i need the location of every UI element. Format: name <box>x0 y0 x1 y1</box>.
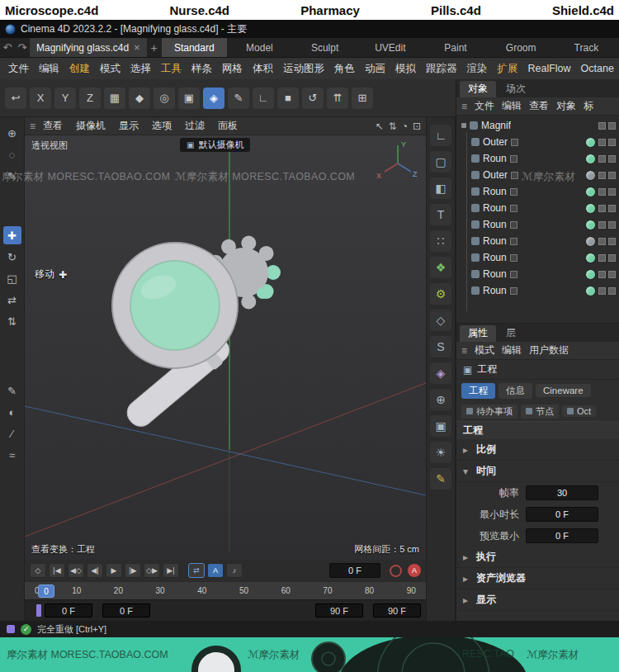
hamburger-icon[interactable]: ≡ <box>461 345 467 357</box>
z-axis-lock-button[interactable]: Z <box>79 88 101 109</box>
primitive-cylinder-icon[interactable]: ◎ <box>154 88 175 109</box>
range-handle[interactable] <box>36 604 41 617</box>
loop-toggle-button[interactable]: ⇄ <box>188 563 205 578</box>
knife-tool-icon[interactable]: ∕ <box>3 424 21 442</box>
enable-checkbox[interactable] <box>510 221 517 229</box>
tag-icon[interactable] <box>608 172 616 179</box>
undo-dropdown-icon[interactable]: ↩ <box>5 88 26 109</box>
next-key-button[interactable]: ◇▶ <box>144 563 160 578</box>
cube-display-icon[interactable]: ◧ <box>430 177 451 199</box>
globe-st-icon[interactable]: ⊕ <box>430 389 451 410</box>
render-pencil-icon[interactable]: ✎ <box>430 468 451 490</box>
object-root-row[interactable]: Magnif <box>456 117 619 134</box>
enable-checkbox[interactable] <box>510 155 517 163</box>
redo-icon[interactable]: ↷ <box>15 38 30 57</box>
subdivision-surface-icon[interactable]: ◈ <box>203 88 224 109</box>
hexagon-object-icon[interactable]: ◇ <box>430 310 451 331</box>
y-axis-lock-button[interactable]: Y <box>54 88 76 109</box>
quantize-grid-icon[interactable]: ⊞ <box>352 88 373 109</box>
tag-icon[interactable] <box>608 205 616 212</box>
menu-item[interactable]: RealFlow <box>523 63 576 74</box>
undo-icon[interactable]: ↶ <box>0 38 15 57</box>
viewport-canvas[interactable]: Y Z X 透视视图 ▣ 默认摄像机 移动 ✚ 查看变换：工程 网格间距：5 c… <box>25 135 426 560</box>
om-menu-item[interactable]: 编辑 <box>502 99 522 113</box>
object-row[interactable]: Roun <box>456 266 619 282</box>
light-object-icon[interactable]: ☀ <box>430 442 451 463</box>
viewport-menu-item[interactable]: 摄像机 <box>70 119 111 133</box>
attribute-subtab[interactable]: Oct <box>562 405 596 417</box>
menu-item[interactable]: 体积 <box>248 62 278 76</box>
layout-tab[interactable]: Track <box>554 38 619 57</box>
tag-icon[interactable] <box>608 155 616 163</box>
menu-item[interactable]: 角色 <box>329 62 360 76</box>
attribute-subtab[interactable]: 待办事项 <box>461 405 517 419</box>
timeline-ruler[interactable]: 0102030405060708090 0 <box>25 581 426 599</box>
attr-menu-item[interactable]: 用户数据 <box>529 343 569 357</box>
attr-menu-item[interactable]: 模式 <box>475 343 494 357</box>
enable-checkbox[interactable] <box>510 238 517 245</box>
om-menu-item[interactable]: 查看 <box>529 99 549 113</box>
range-start-input[interactable]: 0 F <box>45 603 92 618</box>
prev-frame-button[interactable]: ◀| <box>87 563 103 578</box>
menu-item[interactable]: 工具 <box>156 62 187 76</box>
live-selection-icon[interactable]: ◌ <box>3 145 21 163</box>
object-row[interactable]: Roun <box>456 233 619 249</box>
menu-item[interactable]: 创建 <box>64 62 95 76</box>
tag-icon[interactable] <box>598 172 606 179</box>
region-tool-icon[interactable]: ▢ <box>430 151 451 173</box>
viewport-menu-item[interactable]: 过滤 <box>179 119 210 133</box>
menu-item[interactable]: 选择 <box>125 62 156 76</box>
menu-item[interactable]: Octane <box>576 63 619 74</box>
view-history-icon[interactable]: ◔ <box>402 121 408 132</box>
group-scale[interactable]: ▸ 比例 <box>456 439 619 461</box>
om-menu-item[interactable]: 对象 <box>556 99 576 113</box>
st-manager-icon[interactable]: ▣ <box>430 415 451 437</box>
menu-item[interactable]: 扩展 <box>493 62 523 76</box>
dolly-view-icon[interactable]: ⇅ <box>389 121 397 132</box>
axis-modify-icon[interactable]: ∟ <box>253 88 274 109</box>
tab-takes[interactable]: 场次 <box>498 81 534 97</box>
preview-end-input[interactable]: 90 F <box>315 603 363 618</box>
sculpt-tool-icon[interactable]: ◐ <box>3 403 21 421</box>
project-settings-button[interactable]: 工程 <box>461 383 495 399</box>
material-sphere[interactable] <box>585 253 596 263</box>
reset-psr-icon[interactable]: ↺ <box>302 88 324 109</box>
menu-item[interactable]: 运动图形 <box>278 62 329 76</box>
cineware-button[interactable]: Cineware <box>536 384 591 397</box>
tag-icon[interactable] <box>608 238 616 245</box>
tag-icon[interactable] <box>608 188 616 196</box>
enable-checkbox[interactable] <box>510 205 517 212</box>
layout-tab[interactable]: UVEdit <box>357 38 423 57</box>
goto-end-button[interactable]: ▶| <box>163 563 179 578</box>
close-icon[interactable]: × <box>134 41 140 54</box>
attribute-subtab[interactable]: 节点 <box>521 405 559 419</box>
viewport-menu-item[interactable]: 显示 <box>113 119 144 133</box>
tag-icon[interactable] <box>608 287 616 295</box>
move-tool-icon[interactable]: ✚ <box>3 226 21 244</box>
autokey-button[interactable]: A <box>207 563 224 578</box>
tag-icon[interactable] <box>598 139 606 146</box>
material-sphere[interactable] <box>585 137 596 148</box>
rotate-tool-icon[interactable]: ↻ <box>3 248 21 266</box>
layout-tab[interactable]: Model <box>227 38 292 57</box>
pan-view-icon[interactable]: ↖ <box>376 121 384 132</box>
tag-icon[interactable] <box>598 271 606 278</box>
goto-start-button[interactable]: |◀ <box>49 563 65 578</box>
camera-pill[interactable]: ▣ 默认摄像机 <box>180 138 250 152</box>
next-frame-button[interactable]: |▶ <box>125 563 141 578</box>
enable-checkbox[interactable] <box>510 271 517 278</box>
menu-item[interactable]: 网格 <box>217 62 248 76</box>
menu-item[interactable]: 模式 <box>95 62 125 76</box>
group-asset-browser[interactable]: ▸ 资产浏览器 <box>456 568 619 589</box>
menu-item[interactable]: 跟踪器 <box>421 62 462 76</box>
tag-icon[interactable] <box>598 254 606 262</box>
tab-attributes[interactable]: 属性 <box>460 325 496 342</box>
hamburger-icon[interactable]: ≡ <box>30 121 35 132</box>
material-sphere[interactable] <box>585 236 596 247</box>
material-sphere[interactable] <box>585 220 596 230</box>
viewport-menu-item[interactable]: 查看 <box>37 119 69 133</box>
om-menu-item[interactable]: 文件 <box>475 99 494 113</box>
tag-icon[interactable] <box>598 238 606 245</box>
pen-primitive-icon[interactable]: ✎ <box>228 88 249 109</box>
keyframe-mode-button[interactable]: ◇ <box>30 563 46 578</box>
